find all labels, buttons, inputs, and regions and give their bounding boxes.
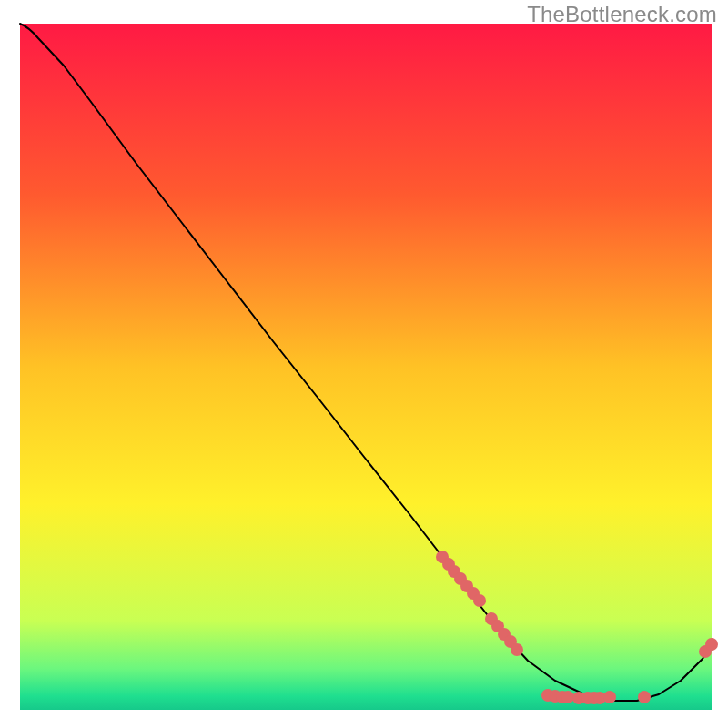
- scatter-point: [638, 691, 651, 703]
- bottleneck-chart: [0, 0, 728, 728]
- scatter-point: [603, 691, 616, 703]
- scatter-point: [473, 594, 486, 607]
- plot-background: [20, 24, 712, 710]
- scatter-point: [511, 643, 523, 656]
- scatter-point: [705, 638, 718, 651]
- scatter-point: [561, 691, 574, 703]
- chart-container: TheBottleneck.com: [0, 0, 728, 728]
- watermark-text: TheBottleneck.com: [527, 2, 717, 27]
